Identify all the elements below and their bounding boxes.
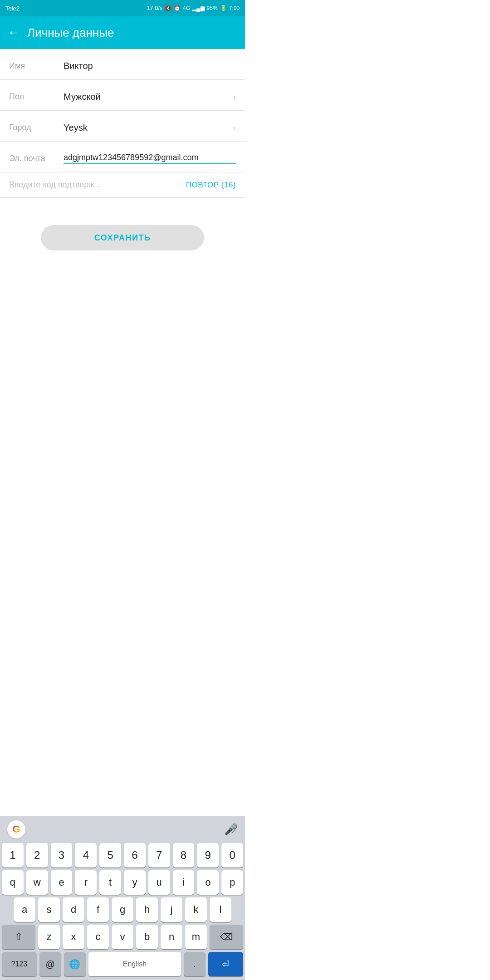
gender-row[interactable]: Пол Мужской › bbox=[0, 80, 245, 111]
carrier-text: Tele2 bbox=[5, 5, 20, 12]
city-label: Город bbox=[9, 123, 64, 132]
email-value[interactable]: adgjmptw123456789592@gmail.com bbox=[64, 153, 236, 164]
back-button[interactable]: ← bbox=[7, 26, 20, 39]
battery-icon: 🔋 bbox=[220, 5, 227, 11]
form-area: Имя Виктор Пол Мужской › Город Yeysk › Э… bbox=[0, 49, 245, 260]
verify-placeholder[interactable]: Введите код подтверж... bbox=[9, 180, 186, 190]
email-label: Эл. почта bbox=[9, 154, 64, 163]
mute-icon: 🔇 bbox=[165, 5, 172, 11]
alarm-icon: ⏰ bbox=[174, 5, 181, 11]
resend-button[interactable]: ПОВТОР (16) bbox=[186, 181, 236, 190]
page-title: Личные данные bbox=[27, 26, 114, 40]
status-right: 17 B/s 🔇 ⏰ 4G ▂▄▆ 95% 🔋 7:00 bbox=[147, 5, 240, 11]
gender-chevron-icon: › bbox=[233, 92, 236, 102]
signal-text: 4G bbox=[183, 5, 190, 11]
name-value[interactable]: Виктор bbox=[64, 61, 236, 71]
gender-value: Мужской bbox=[64, 92, 229, 102]
signal-icon: ▂▄▆ bbox=[192, 5, 205, 11]
app-bar: ← Личные данные bbox=[0, 16, 245, 49]
battery-text: 95% bbox=[207, 5, 218, 11]
email-row[interactable]: Эл. почта adgjmptw123456789592@gmail.com bbox=[0, 142, 245, 172]
speed-text: 17 B/s bbox=[147, 5, 162, 11]
gender-label: Пол bbox=[9, 92, 64, 102]
status-bar: Tele2 17 B/s 🔇 ⏰ 4G ▂▄▆ 95% 🔋 7:00 bbox=[0, 0, 245, 16]
name-row: Имя Виктор bbox=[0, 49, 245, 80]
time-text: 7:00 bbox=[229, 5, 240, 11]
save-container: СОХРАНИТЬ bbox=[0, 198, 245, 260]
verify-row: Введите код подтверж... ПОВТОР (16) bbox=[0, 172, 245, 198]
city-row[interactable]: Город Yeysk › bbox=[0, 111, 245, 142]
name-label: Имя bbox=[9, 61, 64, 71]
save-button[interactable]: СОХРАНИТЬ bbox=[41, 225, 204, 250]
city-value: Yeysk bbox=[64, 122, 229, 133]
city-chevron-icon: › bbox=[233, 122, 236, 133]
